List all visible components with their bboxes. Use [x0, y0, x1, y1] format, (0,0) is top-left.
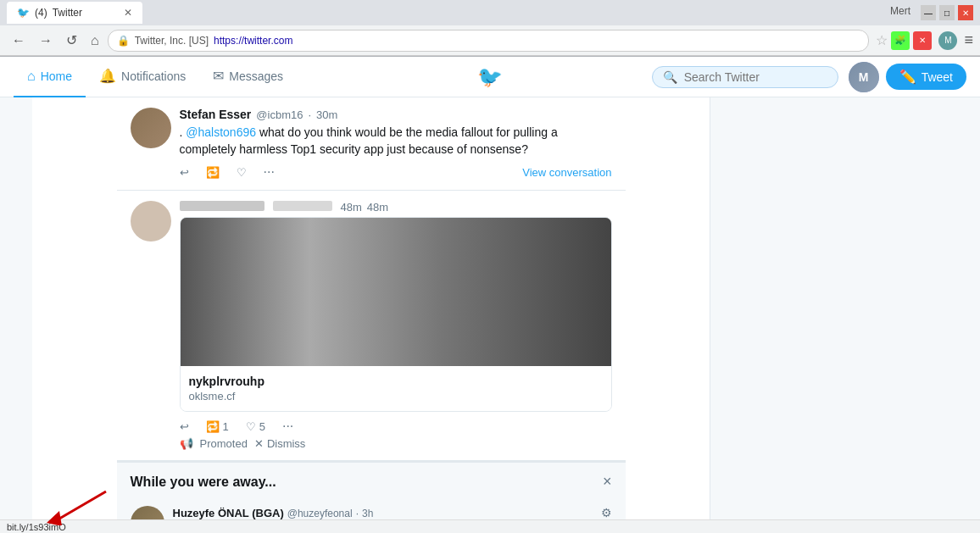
refresh-button[interactable]: ↺: [61, 31, 82, 50]
search-box[interactable]: 🔍: [652, 66, 838, 88]
tab-close-button[interactable]: ✕: [124, 7, 132, 19]
wywa-tweet-separator: ·: [356, 508, 359, 519]
twitter-header-right: M ✏️ Tweet: [849, 62, 966, 92]
wywa-close-button[interactable]: ×: [603, 473, 612, 491]
wywa-content: Huzeyfe ÖNAL (BGA) @huzeyfeonal · 3h ⚙ G…: [173, 506, 612, 519]
twitter-nav: ⌂ Home 🔔 Notifications ✉ Messages: [14, 57, 297, 97]
home-icon: ⌂: [27, 69, 36, 84]
tweet-author-name: Stefan Esser: [180, 108, 252, 121]
blurred-avatar: [131, 201, 171, 242]
wywa-author-name: Huzeyfe ÖNAL (BGA): [173, 507, 284, 519]
status-url: bit.ly/1s93imO: [7, 522, 66, 532]
user-label: Mert: [890, 5, 910, 20]
wywa-author-handle: @huzeyfeonal: [287, 508, 353, 519]
home-button[interactable]: ⌂: [86, 31, 104, 50]
wywa-tweet-time: 3h: [362, 508, 373, 519]
lock-icon: 🔒: [117, 35, 130, 47]
search-input[interactable]: [684, 70, 820, 84]
stefan-photo: [131, 108, 171, 148]
tweet-age: 30m: [316, 108, 337, 121]
promoted-tweet-age: 48m: [367, 201, 388, 214]
window-controls: Mert — □ ✕: [890, 5, 973, 20]
compose-icon: ✏️: [899, 69, 916, 85]
svg-rect-0: [205, 218, 587, 366]
promoted-like-button[interactable]: ♡ 5: [246, 420, 265, 433]
svg-rect-4: [205, 328, 587, 366]
search-icon: 🔍: [663, 70, 677, 84]
wywa-title: While you were away...: [131, 475, 276, 490]
promoted-label: Promoted: [200, 437, 248, 450]
maximize-button[interactable]: □: [939, 5, 955, 20]
tab-favicon: 🐦: [17, 7, 30, 19]
dismiss-button[interactable]: ✕ Dismiss: [254, 437, 306, 450]
nav-home[interactable]: ⌂ Home: [14, 57, 86, 97]
promoted-more-button[interactable]: ···: [282, 419, 293, 434]
promoted-tweet-content: 48m 48m: [180, 201, 612, 450]
media-link-title: nykplrvrouhp: [189, 375, 603, 388]
user-avatar[interactable]: M: [849, 62, 879, 92]
promoted-tweet-actions: ↩ 🔁 1 ♡ 5 ···: [180, 419, 612, 434]
tweet-content: Stefan Esser @icbm16 · 30m . @halston696…: [180, 108, 612, 180]
tweet-media-image: [181, 218, 611, 366]
wywa-header: While you were away... ×: [131, 473, 612, 491]
nav-notifications[interactable]: 🔔 Notifications: [86, 57, 199, 97]
view-conversation-link[interactable]: View conversation: [522, 166, 611, 179]
svg-point-1: [315, 235, 400, 336]
tweet-item: Stefan Esser @icbm16 · 30m . @halston696…: [117, 97, 626, 191]
like-button[interactable]: ♡: [237, 166, 247, 179]
media-svg: [181, 218, 611, 366]
close-button[interactable]: ✕: [958, 5, 973, 20]
reply-button[interactable]: ↩: [180, 166, 189, 179]
retweet-button[interactable]: 🔁: [206, 166, 220, 179]
nav-notifications-label: Notifications: [121, 69, 186, 83]
extension-icon-2[interactable]: ✕: [913, 31, 932, 50]
twitter-main: Stefan Esser @icbm16 · 30m . @halston696…: [0, 97, 980, 519]
promoted-reply-button[interactable]: ↩: [180, 420, 189, 433]
url-text: https://twitter.com: [214, 35, 292, 47]
minimize-button[interactable]: —: [921, 5, 936, 20]
twitter-logo: 🐦: [477, 65, 503, 89]
twitter-app: ⌂ Home 🔔 Notifications ✉ Messages 🐦 🔍: [0, 57, 980, 533]
tweet-button[interactable]: ✏️ Tweet: [886, 64, 966, 90]
blurred-author-handle: [273, 201, 332, 211]
svg-rect-3: [315, 303, 485, 366]
twitter-sidebar: [743, 97, 980, 519]
wywa-avatar: [131, 506, 164, 519]
tweet-media-card: nykplrvrouhp oklsme.cf: [180, 217, 612, 412]
tweet-mention-link[interactable]: @halston696: [186, 125, 256, 139]
twitter-search: 🔍: [652, 66, 838, 88]
tweet-author-handle: @icbm16: [256, 108, 303, 121]
browser-titlebar: 🐦 (4) Twitter ✕ Mert — □ ✕: [0, 0, 980, 25]
page: 🐦 (4) Twitter ✕ Mert — □ ✕ ← → ↺ ⌂ 🔒 Twi…: [0, 0, 980, 533]
more-button[interactable]: ···: [264, 164, 275, 180]
status-bar: bit.ly/1s93imO: [0, 519, 980, 533]
nav-messages[interactable]: ✉ Messages: [199, 57, 297, 97]
dismiss-x-icon: ✕: [254, 437, 264, 450]
notifications-icon: 🔔: [99, 68, 116, 84]
browser-menu-icon[interactable]: ≡: [964, 31, 973, 49]
tweet-header: Stefan Esser @icbm16 · 30m: [180, 108, 612, 121]
dismiss-label: Dismiss: [267, 437, 306, 450]
promoted-retweet-button[interactable]: 🔁 1: [206, 420, 229, 433]
company-name: Twitter, Inc. [US]: [135, 35, 209, 47]
stefan-avatar: [131, 108, 171, 148]
address-bar[interactable]: 🔒 Twitter, Inc. [US] https://twitter.com: [108, 30, 870, 52]
promoted-tweet-time: 48m: [341, 201, 362, 214]
tab-count: (4): [35, 7, 47, 19]
wywa-tweet-header: Huzeyfe ÖNAL (BGA) @huzeyfeonal · 3h ⚙: [173, 506, 612, 519]
browser-profile-icon[interactable]: M: [938, 31, 957, 50]
wywa-more-icon[interactable]: ⚙: [601, 506, 612, 519]
tweet-time: ·: [308, 108, 311, 121]
wywa-avatar-image: [131, 506, 164, 519]
extension-icon-1[interactable]: 🧩: [891, 31, 910, 50]
browser-tab[interactable]: 🐦 (4) Twitter ✕: [7, 2, 142, 24]
tweet-actions: ↩ 🔁 ♡ ··· View conversation: [180, 164, 612, 180]
nav-home-label: Home: [41, 69, 72, 83]
back-button[interactable]: ←: [7, 31, 31, 50]
tweet-media-link[interactable]: nykplrvrouhp oklsme.cf: [181, 366, 611, 411]
nav-messages-label: Messages: [229, 69, 283, 83]
feed-wrapper: Stefan Esser @icbm16 · 30m . @halston696…: [117, 97, 626, 519]
forward-button[interactable]: →: [34, 31, 58, 50]
bookmark-star-icon[interactable]: ☆: [876, 32, 888, 48]
while-you-were-away-section: While you were away... × Huzeyfe ÖNAL (B…: [117, 461, 626, 519]
